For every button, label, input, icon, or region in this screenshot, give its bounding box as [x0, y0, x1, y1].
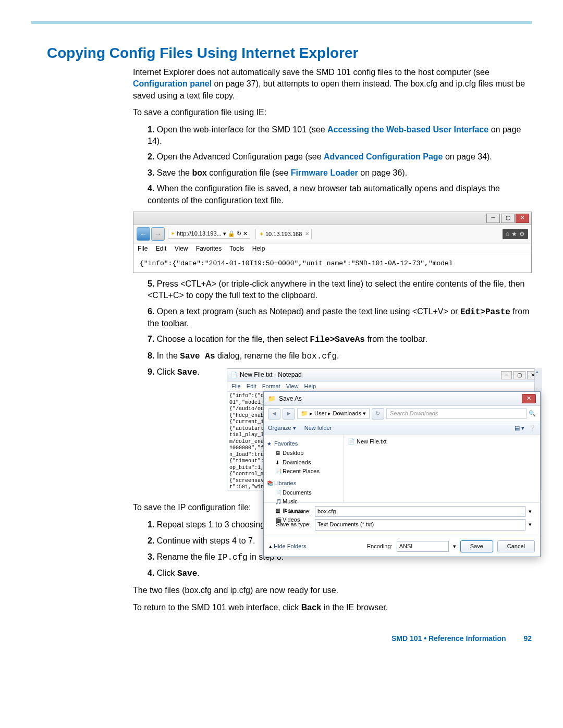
page-number: 92: [523, 634, 532, 643]
search-icon[interactable]: 🔍: [529, 410, 536, 417]
link-web-interface[interactable]: Accessing the Web-based User Interface: [327, 125, 488, 134]
dropdown-icon[interactable]: ▾: [525, 521, 535, 528]
cancel-button[interactable]: Cancel: [497, 540, 535, 552]
step-6: 6. Open a text program (such as Notepad)…: [148, 306, 532, 330]
savetype-label: Save as type:: [269, 521, 315, 528]
menu-tools[interactable]: Tools: [229, 245, 244, 252]
maximize-button[interactable]: ▢: [501, 214, 515, 223]
text: configuration file (see: [207, 168, 291, 177]
new-folder-button[interactable]: New folder: [304, 424, 332, 432]
minimize-button[interactable]: ─: [486, 214, 500, 223]
mono-text: Save: [177, 368, 197, 377]
encoding-select[interactable]: ANSI: [397, 541, 449, 552]
refresh-button[interactable]: ↻: [372, 408, 384, 419]
browser-tab[interactable]: ✶ 10.13.193.168✕: [255, 229, 312, 239]
text: from the toolbar.: [365, 335, 427, 343]
text: Internet Explorer does not automatically…: [133, 68, 489, 77]
crumb-text: ▸ User ▸ Downloads: [310, 410, 361, 416]
url-text: http://10.13.193...: [177, 230, 222, 237]
manual-page: Copying Config Files Using Internet Expl…: [0, 0, 563, 669]
tree-libraries[interactable]: 📚Libraries: [267, 479, 340, 487]
tree-music[interactable]: 🎵Music: [267, 497, 340, 506]
ie-page-content[interactable]: {"info":{"date":"2014-01-10T19:50+0000",…: [133, 254, 531, 273]
menu-view[interactable]: View: [286, 383, 299, 389]
address-bar[interactable]: ✶ http://10.13.193... ▾ 🔒 ↻ ✕: [168, 229, 250, 239]
ie-toolbar-icons: ⌂ ★ ⚙: [503, 229, 528, 239]
link-config-panel[interactable]: Configuration panel: [133, 79, 212, 88]
dropdown-icon[interactable]: ▾: [453, 542, 456, 550]
notepad-title-text: New File.txt - Notepad: [240, 371, 302, 379]
help-icon[interactable]: ❔: [529, 424, 536, 432]
screenshot-ie-window: ─ ▢ ✕ ← → ✶ http://10.13.193... ▾ 🔒 ↻ ✕ …: [133, 212, 532, 273]
file-item[interactable]: 📄 New File.txt: [348, 437, 536, 447]
filename-input[interactable]: box.cfg: [315, 506, 525, 517]
menu-file[interactable]: File: [138, 245, 148, 252]
libraries-icon: 📚: [267, 480, 273, 487]
tree-recent[interactable]: 📑Recent Places: [267, 467, 340, 476]
recent-icon: 📑: [275, 468, 282, 475]
mono-text: IP.cfg: [217, 553, 248, 562]
mono-text: Save: [177, 569, 197, 578]
ie-address-bar-row: ← → ✶ http://10.13.193... ▾ 🔒 ↻ ✕ ✶ 10.1…: [133, 225, 531, 243]
maximize-button[interactable]: ▢: [513, 371, 525, 379]
home-icon[interactable]: ⌂: [506, 230, 509, 238]
screenshot-notepad-saveas: 📄 New File.txt - Notepad ─ ▢ ✕ File Edit: [227, 368, 542, 490]
save-as-main: ★Favorites 🖥Desktop ⬇Downloads 📑Recent P…: [264, 435, 540, 502]
menu-file[interactable]: File: [231, 383, 241, 389]
footer-section-label: SMD 101 • Reference Information: [391, 634, 506, 643]
step-1: 1. Open the web-interface for the SMD 10…: [148, 124, 532, 147]
step-9: 9. Click Save. 📄 New File.txt - Notepad …: [148, 366, 532, 497]
organize-button[interactable]: Organize ▾: [268, 424, 296, 432]
menu-view[interactable]: View: [175, 245, 188, 252]
step-5: 5. Press <CTL+A> (or triple-click anywhe…: [148, 278, 532, 302]
forward-button[interactable]: ►: [283, 408, 295, 419]
close-button[interactable]: ✕: [522, 394, 536, 403]
text: In the: [157, 351, 180, 360]
view-options-button[interactable]: ▤ ▾: [515, 424, 524, 432]
intro-paragraph-1: Internet Explorer does not automatically…: [133, 67, 532, 102]
downloads-icon: ⬇: [275, 459, 282, 466]
mono-text: File>SaveAs: [310, 335, 365, 344]
minimize-button[interactable]: ─: [501, 371, 512, 379]
link-firmware-loader[interactable]: Firmware Loader: [291, 168, 358, 177]
breadcrumb[interactable]: 📁 ▸ User ▸ Downloads ▾: [297, 408, 370, 419]
desktop-icon: 🖥: [275, 450, 282, 457]
section-heading: Copying Config Files Using Internet Expl…: [47, 45, 532, 61]
tree-documents[interactable]: 📄Documents: [267, 488, 340, 497]
tree-downloads[interactable]: ⬇Downloads: [267, 458, 340, 467]
search-input[interactable]: Search Downloads: [386, 408, 527, 419]
tools-icon[interactable]: ⚙: [519, 230, 525, 238]
dropdown-icon[interactable]: ▾: [525, 508, 535, 515]
close-button[interactable]: ✕: [516, 214, 529, 223]
text: Press <CTL+A> (or triple-click anywhere …: [148, 279, 524, 300]
text: in the IE browser.: [321, 603, 388, 612]
menu-edit[interactable]: Edit: [247, 383, 256, 389]
savetype-input[interactable]: Text Documents (*.txt): [315, 519, 525, 530]
tab-close-icon[interactable]: ✕: [305, 231, 309, 237]
menu-edit[interactable]: Edit: [156, 245, 167, 252]
menu-format[interactable]: Format: [262, 383, 280, 389]
step-3: 3. Save the box configuration file (see …: [148, 167, 532, 179]
forward-button[interactable]: →: [151, 227, 165, 241]
text: Continue with steps 4 to 7.: [157, 536, 255, 545]
save-as-toolbar: Organize ▾ New folder ▤ ▾ ❔: [264, 422, 540, 435]
menu-favorites[interactable]: Favorites: [196, 245, 222, 252]
text: To return to the SMD 101 web interface, …: [133, 603, 301, 612]
hide-folders-toggle[interactable]: ▴ Hide Folders: [269, 542, 306, 550]
text: Open the web-interface for the SMD 101 (…: [157, 125, 327, 134]
tree-favorites[interactable]: ★Favorites: [267, 440, 340, 448]
menu-help[interactable]: Help: [252, 245, 265, 252]
back-button[interactable]: ←: [137, 227, 150, 241]
favorites-icon[interactable]: ★: [511, 230, 517, 238]
filename-label: File name:: [269, 508, 315, 515]
menu-help[interactable]: Help: [304, 383, 316, 389]
ie-menu-bar: File Edit View Favorites Tools Help: [133, 243, 531, 254]
step-7: 7. Choose a location for the file, then …: [148, 334, 532, 346]
back-button[interactable]: ◄: [268, 408, 280, 419]
file-list[interactable]: 📄 New File.txt: [344, 435, 540, 502]
text: Open a text program (such as Notepad) an…: [157, 307, 460, 316]
step-2: 2. Open the Advanced Configuration page …: [148, 151, 532, 163]
save-button[interactable]: Save: [460, 540, 493, 552]
tree-desktop[interactable]: 🖥Desktop: [267, 449, 340, 458]
link-adv-config[interactable]: Advanced Configuration Page: [324, 152, 443, 161]
